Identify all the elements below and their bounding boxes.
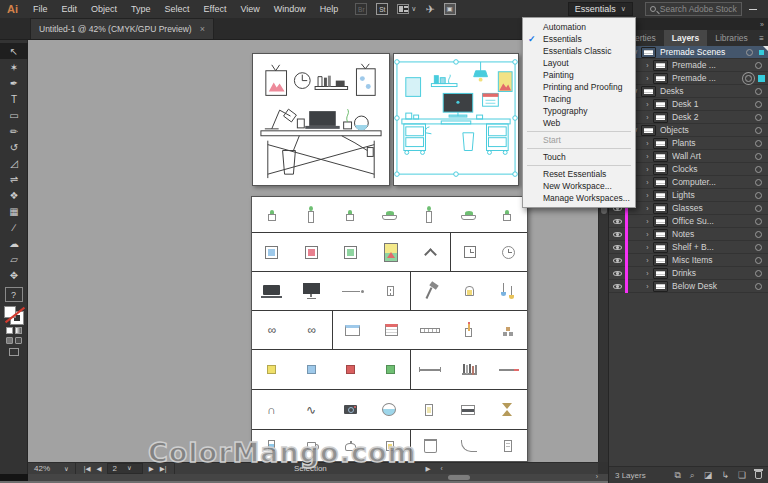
visibility-cell[interactable] (609, 284, 625, 289)
unknown-tool-button[interactable]: ? (5, 287, 23, 302)
layer-thumbnail[interactable] (653, 164, 668, 175)
workspace-switcher-button[interactable]: Essentials ∨ (568, 2, 633, 16)
target-circle-icon[interactable] (745, 75, 752, 82)
visibility-cell[interactable] (609, 258, 625, 263)
icon-cell[interactable] (292, 233, 332, 271)
workspace-menu-item-layout[interactable]: Layout (523, 57, 635, 69)
document-tab[interactable]: Untitled-1 @ 42% (CMYK/GPU Preview) × (30, 18, 214, 39)
layer-thumbnail[interactable] (641, 125, 656, 136)
layer-name[interactable]: Notes (672, 229, 755, 239)
icon-cell[interactable]: ∩ (252, 390, 291, 429)
icon-cell[interactable] (331, 390, 370, 429)
layer-name[interactable]: Drinks (672, 268, 755, 278)
icon-cell[interactable] (292, 272, 332, 310)
fill-stroke-indicator[interactable] (4, 306, 24, 324)
layer-thumbnail[interactable] (653, 255, 668, 266)
target-circle-icon[interactable] (755, 179, 762, 186)
menu-type[interactable]: Type (124, 0, 158, 18)
zoom-level-control[interactable]: 42% ∨ (28, 463, 76, 474)
pen-tool[interactable]: ✒ (0, 75, 28, 91)
menu-object[interactable]: Object (84, 0, 124, 18)
panel-menu-icon[interactable]: ≡ (759, 35, 764, 46)
scroll-right-arrow-icon[interactable]: › (596, 473, 598, 480)
share-icon[interactable]: ✈ (425, 3, 434, 16)
icon-cell[interactable] (448, 197, 487, 232)
visibility-cell[interactable] (609, 245, 625, 250)
layer-row-notes[interactable]: ›Notes (609, 228, 768, 241)
icon-cell[interactable] (252, 233, 292, 271)
workspace-menu-item-tracing[interactable]: Tracing (523, 93, 635, 105)
horizontal-scrollbar[interactable]: › (28, 474, 608, 481)
layer-row-drinks[interactable]: ›Drinks (609, 267, 768, 280)
icon-cell[interactable] (450, 350, 489, 389)
layer-thumbnail[interactable] (653, 151, 668, 162)
icon-cell[interactable] (411, 350, 450, 389)
layer-name[interactable]: Premade ... (672, 73, 745, 83)
icon-cell[interactable] (292, 350, 332, 389)
target-circle-icon[interactable] (755, 88, 762, 95)
target-circle-icon[interactable] (746, 49, 753, 56)
layer-thumbnail[interactable] (653, 242, 668, 253)
scale-tool[interactable]: ◿ (0, 155, 28, 171)
screen-mode-button[interactable] (9, 348, 19, 356)
icon-cell[interactable] (291, 197, 330, 232)
draw-normal-button[interactable] (6, 337, 13, 344)
perspective-grid-tool[interactable]: ▦ (0, 203, 28, 219)
hand-tool[interactable]: ✥ (0, 267, 28, 283)
search-adobe-stock-input[interactable]: Search Adobe Stock (645, 2, 742, 16)
menu-help[interactable]: Help (313, 0, 346, 18)
status-menu-arrow-icon[interactable]: ▶ (425, 465, 430, 473)
maximize-button[interactable] (764, 1, 768, 17)
layer-name[interactable]: Glasses (672, 203, 755, 213)
layer-name[interactable]: Computer... (672, 177, 755, 187)
rectangle-tool[interactable]: ▭ (0, 107, 28, 123)
layer-name[interactable]: Clocks (672, 164, 755, 174)
target-circle-icon[interactable] (755, 127, 762, 134)
expand-chevron-icon[interactable]: › (642, 166, 653, 173)
artboard-tool[interactable]: ▱ (0, 251, 28, 267)
layer-thumbnail[interactable] (653, 73, 668, 84)
width-tool[interactable]: ⇌ (0, 171, 28, 187)
layer-name[interactable]: Plants (672, 138, 755, 148)
expand-chevron-icon[interactable]: › (642, 244, 653, 251)
icon-cell[interactable]: ∞ (292, 311, 332, 349)
layer-thumbnail[interactable] (653, 138, 668, 149)
layer-thumbnail[interactable] (653, 190, 668, 201)
visibility-cell[interactable] (609, 271, 625, 276)
collapse-panels-icon[interactable]: » (760, 21, 764, 28)
symbol-sprayer-tool[interactable]: ☁ (0, 235, 28, 251)
icon-cell[interactable] (450, 430, 489, 461)
type-tool[interactable]: T (0, 91, 28, 107)
workspace-menu-item-new-workspace-[interactable]: New Workspace... (523, 180, 635, 192)
previous-artboard-button[interactable]: ◀ (96, 465, 101, 473)
target-circle-icon[interactable] (755, 270, 762, 277)
first-artboard-button[interactable]: |◀ (84, 465, 91, 473)
layer-thumbnail[interactable] (653, 99, 668, 110)
icon-cell[interactable] (410, 311, 449, 349)
layer-name[interactable]: Misc Items (672, 255, 755, 265)
icon-cell[interactable]: ∞ (252, 311, 292, 349)
visibility-cell[interactable] (609, 219, 625, 224)
menu-window[interactable]: Window (267, 0, 313, 18)
layer-name[interactable]: Shelf + B... (672, 242, 755, 252)
workspace-menu-item-painting[interactable]: Painting (523, 69, 635, 81)
icon-cell[interactable] (488, 311, 527, 349)
icon-cell[interactable] (448, 390, 487, 429)
menu-file[interactable]: File (26, 0, 55, 18)
expand-chevron-icon[interactable]: › (642, 205, 653, 212)
layer-row-office-su-[interactable]: ›Office Su... (609, 215, 768, 228)
rotate-tool[interactable]: ↺ (0, 139, 28, 155)
workspace-menu-item-printing-and-proofing[interactable]: Printing and Proofing (523, 81, 635, 93)
target-circle-icon[interactable] (755, 166, 762, 173)
icon-cell[interactable] (371, 272, 411, 310)
expand-chevron-icon[interactable]: › (642, 231, 653, 238)
adobe-stock-icon[interactable]: St (376, 3, 388, 15)
horizontal-scrollbar-thumb[interactable] (448, 475, 470, 480)
minimize-button[interactable] (742, 1, 764, 17)
layer-name[interactable]: Desks (660, 86, 755, 96)
expand-chevron-icon[interactable]: › (642, 257, 653, 264)
tab-libraries[interactable]: Libraries (707, 30, 756, 46)
icon-cell[interactable] (252, 350, 292, 389)
layer-name[interactable]: Wall Art (672, 151, 755, 161)
icon-cell[interactable] (409, 197, 448, 232)
